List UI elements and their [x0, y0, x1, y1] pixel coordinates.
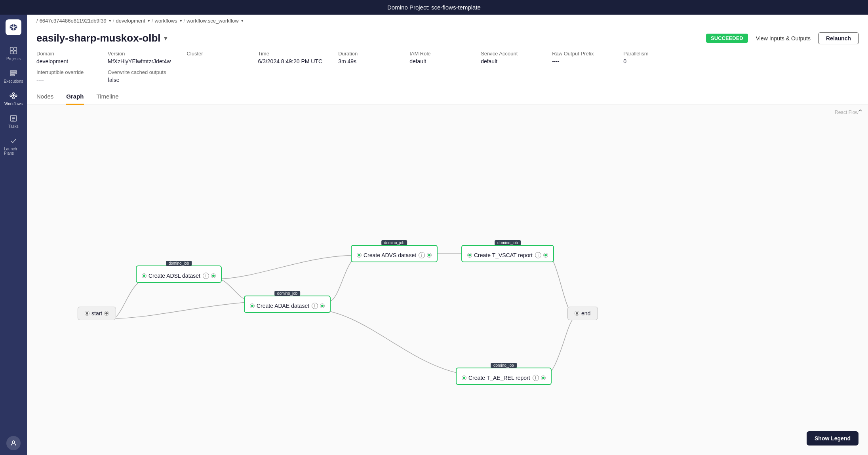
taerel-label: Create T_AE_REL report	[468, 375, 530, 381]
tvscat-info-icon[interactable]: i	[535, 252, 541, 258]
breadcrumb-workflow-name[interactable]: workflow.sce_workflow	[187, 18, 239, 24]
meta-cluster: Cluster	[187, 51, 242, 64]
duration-label: Duration	[338, 51, 394, 57]
sidebar-item-projects[interactable]: Projects	[2, 43, 25, 64]
svg-point-10	[13, 97, 15, 99]
adae-label: Create ADAE dataset	[257, 303, 309, 309]
start-port-right	[85, 311, 89, 315]
adae-port-in	[250, 304, 254, 308]
breadcrumb-dropdown-1[interactable]: ▾	[148, 18, 150, 23]
relaunch-button[interactable]: Relaunch	[819, 32, 858, 44]
advs-badge: domino_job	[381, 240, 407, 245]
tvscat-badge: domino_job	[495, 240, 521, 245]
tab-timeline[interactable]: Timeline	[97, 89, 119, 105]
advs-info-icon[interactable]: i	[419, 252, 425, 258]
breadcrumb: / 6647c374486e811921db9f39 ▾ / developme…	[27, 15, 868, 27]
meta-overwrite: Overwrite cached outputs false	[108, 69, 166, 83]
parallelism-value: 0	[623, 58, 679, 64]
breadcrumb-dropdown-3[interactable]: ▾	[241, 18, 244, 23]
version-label: Version	[108, 51, 171, 57]
node-end[interactable]: end	[567, 307, 598, 320]
adsl-info-icon[interactable]: i	[203, 273, 209, 279]
domain-value: development	[36, 58, 92, 64]
sidebar: Projects Executions Workflows	[0, 15, 27, 455]
breadcrumb-sep-0: /	[36, 18, 38, 24]
show-legend-button[interactable]: Show Legend	[807, 431, 858, 446]
svg-point-9	[15, 95, 17, 97]
end-port-in	[575, 311, 579, 315]
time-value: 6/3/2024 8:49:20 PM UTC	[258, 58, 322, 64]
adae-badge: domino_job	[274, 291, 301, 296]
tasks-label: Tasks	[8, 124, 19, 129]
status-badge: SUCCEEDED	[706, 34, 748, 43]
node-advs[interactable]: domino_job Create ADVS dataset i	[351, 245, 438, 262]
svg-rect-5	[10, 73, 17, 74]
title-chevron-icon[interactable]: ▾	[164, 34, 167, 42]
start-label: start	[91, 310, 102, 317]
sidebar-item-executions[interactable]: Executions	[2, 66, 25, 87]
iam-role-label: IAM Role	[409, 51, 465, 57]
taerel-badge: domino_job	[491, 363, 517, 368]
page-header: easily-sharp-muskox-olbl ▾ SUCCEEDED Vie…	[27, 27, 868, 105]
parallelism-label: Parallelism	[623, 51, 679, 57]
svg-point-17	[12, 441, 15, 443]
svg-point-7	[10, 95, 12, 97]
version-value: MfXzHlyYElwfmtzrJdet4w	[108, 58, 171, 64]
collapse-button[interactable]: ⌃	[853, 105, 868, 120]
breadcrumb-dropdown-2[interactable]: ▾	[180, 18, 182, 23]
meta-service-account: Service Account default	[481, 51, 536, 64]
overwrite-value: false	[108, 77, 166, 83]
main-content: / 6647c374486e811921db9f39 ▾ / developme…	[27, 15, 868, 455]
advs-port-in	[357, 253, 361, 257]
breadcrumb-hash[interactable]: 6647c374486e811921db9f39	[40, 18, 107, 24]
breadcrumb-dropdown-0[interactable]: ▾	[109, 18, 111, 23]
svg-rect-6	[10, 75, 15, 76]
node-taerel[interactable]: domino_job Create T_AE_REL report i	[456, 368, 552, 385]
raw-output-label: Raw Output Prefix	[552, 51, 607, 57]
node-tvscat[interactable]: domino_job Create T_VSCAT report i	[461, 245, 554, 262]
tab-graph[interactable]: Graph	[66, 89, 84, 105]
launch-plans-label: Launch Plans	[4, 147, 23, 155]
duration-value: 3m 49s	[338, 58, 394, 64]
taerel-info-icon[interactable]: i	[533, 375, 539, 381]
sidebar-item-tasks[interactable]: Tasks	[2, 111, 25, 132]
svg-rect-1	[14, 47, 17, 50]
adae-info-icon[interactable]: i	[312, 303, 318, 309]
view-inputs-outputs-button[interactable]: View Inputs & Outputs	[753, 34, 814, 43]
node-adae[interactable]: domino_job Create ADAE dataset i	[244, 296, 331, 313]
user-avatar[interactable]	[6, 436, 21, 450]
meta-parallelism: Parallelism 0	[623, 51, 679, 64]
node-adsl[interactable]: domino_job Create ADSL dataset i	[136, 265, 222, 283]
tvscat-label: Create T_VSCAT report	[474, 252, 533, 258]
meta-interruptible: Interruptible override ----	[36, 69, 92, 83]
meta-raw-output: Raw Output Prefix ----	[552, 51, 607, 64]
tabs-bar: Nodes Graph Timeline	[36, 88, 858, 104]
tvscat-port-out	[544, 253, 548, 257]
sidebar-item-launch-plans[interactable]: Launch Plans	[2, 133, 25, 159]
svg-rect-2	[10, 51, 13, 54]
node-start[interactable]: start	[78, 307, 116, 320]
meta-iam-role: IAM Role default	[409, 51, 465, 64]
meta-domain: Domain development	[36, 51, 92, 64]
project-link[interactable]: sce-flows-template	[431, 4, 481, 11]
raw-output-value: ----	[552, 58, 607, 64]
breadcrumb-workflows[interactable]: workflows	[155, 18, 177, 24]
meta-time: Time 6/3/2024 8:49:20 PM UTC	[258, 51, 322, 64]
graph-area: React Flow ⌃	[27, 105, 868, 455]
svg-rect-0	[10, 47, 13, 50]
interruptible-value: ----	[36, 77, 92, 83]
advs-port-out	[427, 253, 431, 257]
projects-label: Projects	[6, 57, 21, 61]
iam-role-value: default	[409, 58, 465, 64]
breadcrumb-development[interactable]: development	[116, 18, 145, 24]
end-label: end	[581, 310, 590, 317]
overwrite-label: Overwrite cached outputs	[108, 69, 166, 75]
adsl-label: Create ADSL dataset	[148, 273, 200, 279]
sidebar-item-workflows[interactable]: Workflows	[2, 88, 25, 109]
service-account-value: default	[481, 58, 536, 64]
interruptible-label: Interruptible override	[36, 69, 92, 75]
metadata-grid: Domain development Version MfXzHlyYElwfm…	[36, 51, 858, 69]
tab-nodes[interactable]: Nodes	[36, 89, 53, 105]
advs-label: Create ADVS dataset	[364, 252, 416, 258]
executions-label: Executions	[4, 79, 23, 83]
